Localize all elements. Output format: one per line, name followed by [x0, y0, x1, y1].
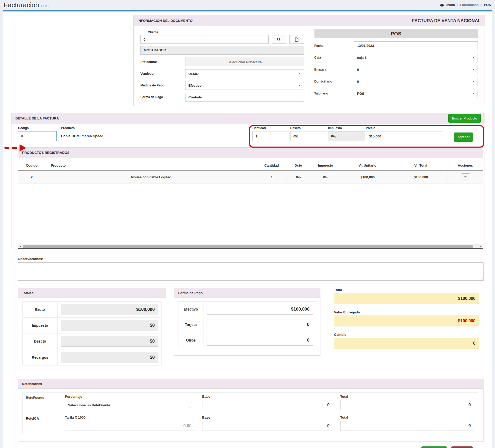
tarjeta-label: Tarjeta — [178, 317, 203, 332]
cancelar-button[interactable]: Cancelar — [451, 446, 473, 448]
cambio-value: 0 — [334, 338, 479, 349]
scroll-right-arrow-icon[interactable]: ▸ — [479, 244, 483, 248]
talonario-select[interactable]: POS — [354, 89, 478, 98]
retefuente-label: ReteFuente — [23, 393, 61, 413]
reteica-base-input[interactable] — [202, 421, 333, 431]
entry-codigo-input[interactable] — [18, 131, 57, 141]
row-cantidad: 1 — [257, 171, 287, 183]
tarjeta-input[interactable] — [207, 319, 313, 330]
reteica-total-label: Total — [340, 415, 474, 419]
medios-de-pago-select[interactable]: Efectivo — [185, 81, 304, 90]
fecha-input[interactable] — [354, 41, 478, 50]
document-info-panel: INFORMACION DEL DOCUMENTO FACTURA DE VEN… — [133, 15, 485, 106]
domiciliario-select[interactable]: 0 — [354, 77, 478, 86]
caja-label: Caja — [314, 56, 354, 59]
horizontal-scrollbar[interactable]: ◂ ▸ — [18, 244, 483, 248]
actions-row: Guardar Factura Cancelar — [18, 446, 473, 448]
row-actions-menu-button[interactable]: ≡ — [461, 173, 470, 181]
breadcrumb-facturacion[interactable]: Facturacion — [460, 3, 479, 7]
valor-entregado-value: $100,000 — [334, 316, 479, 326]
vendedor-select-wrap: DEMO — [185, 69, 304, 78]
total-value: $100,000 — [334, 293, 479, 304]
retefuente-select[interactable]: Seleccione un ReteFuente — [65, 400, 195, 410]
entry-cantidad-label: Cantidad — [252, 126, 289, 130]
reteica-total-input[interactable] — [340, 421, 474, 431]
bruto-label: Bruto — [23, 302, 58, 317]
pago-row-efectivo: Efectivo — [178, 302, 316, 317]
buscar-producto-button[interactable]: Buscar Producto — [448, 114, 481, 123]
otros-label: Otros — [178, 332, 203, 348]
breadcrumb-pos: POS — [484, 3, 491, 7]
col-impuesto: Impuesto — [310, 160, 341, 171]
recargos-value — [61, 352, 158, 363]
file-icon — [295, 37, 299, 42]
scroll-left-arrow-icon[interactable]: ◂ — [18, 244, 22, 248]
totales-row-descto: Descto — [23, 333, 161, 349]
entry-impuesto-input — [328, 131, 365, 141]
page-title: Facturacion — [4, 1, 39, 9]
tarifa-input[interactable] — [65, 421, 195, 431]
new-client-button[interactable] — [289, 35, 304, 44]
retefuente-row: ReteFuente Porcentaje Seleccione un Rete… — [23, 393, 478, 413]
row-vr-unitario: $100,000 — [341, 171, 394, 183]
vendedor-label: Vendedor — [140, 72, 185, 75]
row-impuesto: 0% — [310, 171, 341, 183]
talonario-select-wrap: POS — [354, 89, 478, 98]
empaca-select[interactable]: 0 — [354, 65, 478, 74]
entry-producto-label: Producto — [61, 126, 252, 130]
efectivo-label: Efectivo — [178, 302, 203, 317]
registered-products-title: PRODUCTOS REGISTRADOS — [22, 151, 70, 155]
entry-precio-input[interactable] — [366, 131, 443, 141]
tarifa-label: Tarifa X 1000 — [65, 415, 195, 419]
otros-input[interactable] — [207, 335, 313, 346]
agregar-button[interactable]: Agregar — [454, 132, 473, 142]
retefuente-base-input[interactable] — [202, 400, 333, 410]
document-type-title: FACTURA DE VENTA NACIONAL — [412, 18, 481, 23]
seleccionar-prefactura-button[interactable]: Seleccionar Prefactura — [185, 58, 304, 66]
reteica-label: ReteICA — [23, 413, 61, 434]
col-codigo: Codigo — [18, 160, 45, 171]
total-label: Total — [334, 288, 479, 292]
totales-row-bruto: Bruto — [23, 302, 161, 318]
page-title-wrap: FacturacionPOS — [4, 1, 48, 9]
domiciliario-select-wrap: 0 — [354, 77, 478, 86]
scrollbar-thumb[interactable] — [23, 245, 473, 248]
retefuente-total-input[interactable] — [340, 400, 474, 410]
vendedor-select[interactable]: DEMO — [185, 69, 304, 78]
forma-de-pago-select[interactable]: Contado — [185, 93, 304, 102]
observaciones-label: Observaciones: — [18, 257, 484, 261]
entry-descto-input[interactable] — [290, 131, 327, 141]
cliente-name-display: MOSTRADOR . — [140, 46, 304, 55]
col-dcto: Dcto — [287, 160, 310, 171]
entry-precio-label: Precio — [366, 126, 443, 130]
search-client-button[interactable] — [272, 35, 286, 44]
cliente-input[interactable] — [140, 35, 269, 44]
observaciones-textarea[interactable] — [18, 262, 484, 281]
caja-select[interactable]: caja 1 — [354, 53, 478, 62]
bruto-value — [61, 304, 158, 315]
totales-title: Totales — [22, 291, 34, 295]
valor-entregado-label: Valor Entregado — [334, 310, 479, 314]
document-info-left-column: Cliente M — [140, 29, 304, 102]
caja-select-wrap: caja 1 — [354, 53, 478, 62]
guardar-factura-button[interactable]: Guardar Factura — [421, 446, 447, 448]
top-bar: FacturacionPOS Inicio > Facturacion > PO… — [0, 0, 495, 9]
table-row: 2 Mouse con cable Logitec 1 0% 0% $100,0… — [18, 171, 483, 184]
cambio-label: Cambio — [334, 333, 479, 337]
pago-row-otros: Otros — [178, 332, 316, 348]
empaca-label: Empaca — [314, 68, 354, 71]
annotation-arrow-dash — [12, 147, 17, 149]
col-vr-total: Vr. Total — [394, 160, 448, 171]
entry-cantidad-input[interactable] — [252, 131, 289, 141]
descto-label: Descto — [23, 333, 58, 349]
forma-de-pago-header: Forma de Pago — [174, 288, 320, 298]
col-producto: Producto — [45, 160, 257, 171]
talonario-label: Talonario — [314, 92, 354, 95]
retefuente-total-label: Total — [340, 395, 474, 399]
efectivo-input[interactable] — [207, 304, 313, 315]
medios-de-pago-select-wrap: Efectivo — [185, 81, 304, 90]
breadcrumb-home[interactable]: Inicio — [446, 3, 455, 7]
entry-producto-value: Cable HDMI marca Speed — [61, 131, 252, 138]
row-codigo: 2 — [18, 171, 45, 183]
annotation-arrow-dash — [4, 147, 9, 149]
